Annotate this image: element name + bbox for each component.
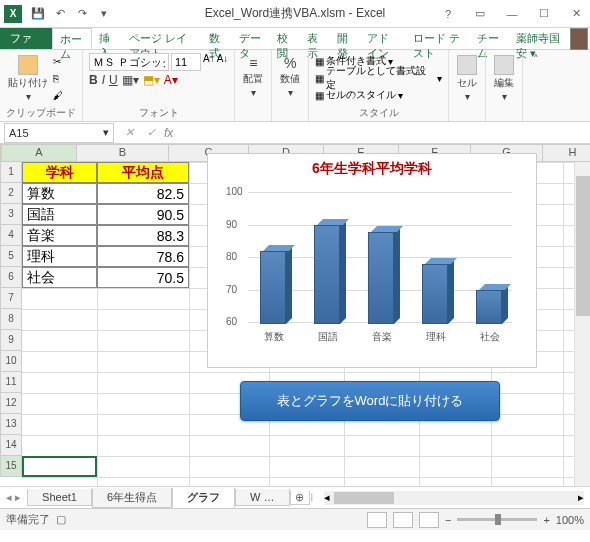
active-cell[interactable] (22, 456, 97, 477)
row-header-2[interactable]: 2 (0, 183, 22, 204)
row-header-10[interactable]: 10 (0, 351, 22, 372)
normal-view-icon[interactable] (367, 512, 387, 528)
signin-name[interactable]: 薬師寺国安 ▾ (508, 28, 570, 49)
table-cell[interactable]: 70.5 (97, 267, 189, 288)
row-header-3[interactable]: 3 (0, 204, 22, 225)
row-header-11[interactable]: 11 (0, 372, 22, 393)
close-icon[interactable]: ✕ (562, 2, 590, 26)
increase-font-icon[interactable]: A↑ (203, 53, 215, 71)
format-painter-button[interactable]: 🖌 (53, 87, 63, 103)
cancel-formula-icon[interactable]: ✕ (118, 123, 140, 143)
col-header-H[interactable]: H (543, 144, 590, 162)
row-header-8[interactable]: 8 (0, 309, 22, 330)
font-size-select[interactable] (171, 53, 201, 71)
vertical-scrollbar[interactable] (574, 162, 590, 486)
table-cell[interactable]: 90.5 (97, 204, 189, 225)
underline-button[interactable]: U (109, 73, 118, 87)
col-header-B[interactable]: B (77, 144, 169, 162)
zoom-slider[interactable] (457, 518, 537, 521)
sheet-nav[interactable]: ◂ ▸ (0, 491, 27, 504)
table-cell[interactable]: 音楽 (22, 225, 97, 246)
export-to-word-button[interactable]: 表とグラフをWordに貼り付ける (240, 381, 500, 421)
tab-home[interactable]: ホーム (52, 28, 92, 49)
font-color-button[interactable]: A▾ (164, 73, 178, 87)
collapse-ribbon-icon[interactable]: ˄ (527, 50, 545, 68)
row-header-5[interactable]: 5 (0, 246, 22, 267)
fill-color-button[interactable]: ⬒▾ (143, 73, 160, 87)
tab-file[interactable]: ファイル (0, 28, 52, 49)
tab-loadtest[interactable]: ロード テスト (406, 28, 470, 49)
hscroll-thumb[interactable] (334, 492, 394, 504)
table-cell[interactable]: 78.6 (97, 246, 189, 267)
tab-view[interactable]: 表示 (300, 28, 330, 49)
redo-icon[interactable]: ↷ (72, 4, 92, 24)
zoom-level[interactable]: 100% (556, 514, 584, 526)
bold-button[interactable]: B (89, 73, 98, 87)
qat-dropdown-icon[interactable]: ▾ (94, 4, 114, 24)
italic-button[interactable]: I (102, 73, 105, 87)
tab-team[interactable]: チーム (470, 28, 508, 49)
row-header-6[interactable]: 6 (0, 267, 22, 288)
table-cell[interactable]: 算数 (22, 183, 97, 204)
vscroll-thumb[interactable] (576, 176, 590, 316)
table-header[interactable]: 平均点 (97, 162, 189, 183)
add-sheet-button[interactable]: ⊕ (290, 491, 310, 505)
chevron-down-icon[interactable]: ▾ (103, 126, 109, 139)
col-header-A[interactable]: A (2, 144, 77, 162)
border-button[interactable]: ▦▾ (122, 73, 139, 87)
chart[interactable]: 6年生学科平均学科 60708090100算数国語音楽理科社会 (207, 153, 537, 368)
row-header-4[interactable]: 4 (0, 225, 22, 246)
name-box[interactable]: A15▾ (4, 123, 114, 143)
macro-record-icon[interactable]: ▢ (56, 513, 66, 526)
copy-button[interactable]: ⎘ (53, 70, 63, 86)
tab-review[interactable]: 校閲 (270, 28, 300, 49)
avatar[interactable] (570, 28, 588, 50)
sheet-tab-sheet1[interactable]: Sheet1 (27, 489, 92, 506)
row-header-7[interactable]: 7 (0, 288, 22, 309)
format-table-button[interactable]: ▦ テーブルとして書式設定 ▾ (315, 70, 442, 86)
tab-developer[interactable]: 開発 (330, 28, 360, 49)
save-icon[interactable]: 💾 (28, 4, 48, 24)
cell-styles-button[interactable]: ▦ セルのスタイル ▾ (315, 87, 442, 103)
tab-data[interactable]: データ (232, 28, 270, 49)
minimize-icon[interactable]: — (498, 2, 526, 26)
sheet-tab-graph[interactable]: グラフ (172, 488, 235, 508)
paste-button[interactable]: 貼り付け▾ (6, 53, 50, 104)
table-cell[interactable]: 理科 (22, 246, 97, 267)
decrease-font-icon[interactable]: A↓ (217, 53, 229, 71)
zoom-in-icon[interactable]: + (543, 514, 549, 526)
horizontal-scrollbar[interactable]: ◂ ▸ (324, 491, 584, 505)
align-button[interactable]: ≡ 配置▾ (241, 53, 265, 100)
cells-button[interactable]: セル▾ (455, 53, 479, 104)
ribbon-options-icon[interactable]: ▭ (466, 2, 494, 26)
sheet-tab-w[interactable]: W … (235, 489, 289, 506)
editing-button[interactable]: 編集▾ (492, 53, 516, 104)
tab-formulas[interactable]: 数式 (202, 28, 232, 49)
row-header-12[interactable]: 12 (0, 393, 22, 414)
table-cell[interactable]: 82.5 (97, 183, 189, 204)
table-cell[interactable]: 88.3 (97, 225, 189, 246)
formula-input[interactable] (173, 123, 572, 143)
sheet-tab-scores[interactable]: 6年生得点 (92, 488, 172, 508)
help-icon[interactable]: ? (434, 2, 462, 26)
enter-formula-icon[interactable]: ✓ (140, 123, 162, 143)
table-cell[interactable]: 国語 (22, 204, 97, 225)
font-name-select[interactable] (89, 53, 169, 71)
number-button[interactable]: % 数値▾ (278, 53, 302, 100)
tab-addins[interactable]: アドイン (360, 28, 406, 49)
table-header[interactable]: 学科 (22, 162, 97, 183)
page-break-view-icon[interactable] (419, 512, 439, 528)
undo-icon[interactable]: ↶ (50, 4, 70, 24)
page-layout-view-icon[interactable] (393, 512, 413, 528)
table-cell[interactable]: 社会 (22, 267, 97, 288)
maximize-icon[interactable]: ☐ (530, 2, 558, 26)
tab-insert[interactable]: 挿入 (92, 28, 122, 49)
tab-page-layout[interactable]: ページ レイアウト (122, 28, 202, 49)
row-header-9[interactable]: 9 (0, 330, 22, 351)
row-header-14[interactable]: 14 (0, 435, 22, 456)
row-header-1[interactable]: 1 (0, 162, 22, 183)
row-header-15[interactable]: 15 (0, 456, 22, 477)
cut-button[interactable]: ✂ (53, 53, 63, 69)
fx-icon[interactable]: fx (164, 126, 173, 140)
zoom-out-icon[interactable]: − (445, 514, 451, 526)
